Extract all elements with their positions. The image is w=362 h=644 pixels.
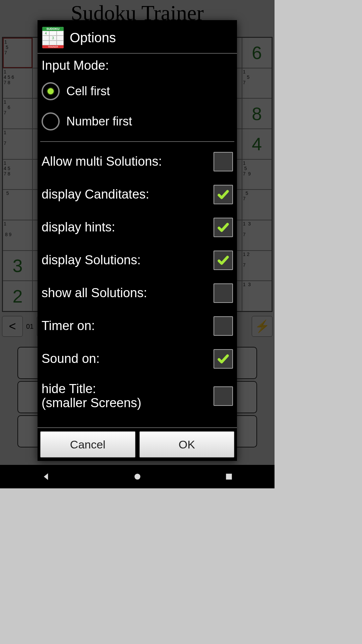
checkbox[interactable] [214,152,233,171]
radio-number-first[interactable]: Number first [40,109,234,139]
dialog-header: SUDOKU 43 TRAINER Options [38,20,237,54]
checkbox[interactable] [214,251,233,270]
check-row-3[interactable]: display Solutions: [40,244,234,277]
checkbox[interactable] [214,283,233,303]
check-label: Sound on: [42,352,100,366]
check-label: display Canditates: [42,187,149,202]
cancel-button[interactable]: Cancel [40,431,135,458]
check-label: show all Solutions: [42,286,147,300]
check-label: display Solutions: [42,253,141,267]
input-mode-label: Input Mode: [40,54,234,79]
check-label: Allow multi Solutions: [42,155,162,169]
dialog-title: Options [70,30,116,45]
radio-label: Number first [66,114,132,128]
dialog-body: Input Mode: Cell first Number first Allo… [38,54,237,427]
checkbox[interactable] [214,316,233,336]
checkbox[interactable] [214,386,233,406]
radio-indicator [42,82,60,100]
checkbox[interactable] [214,349,233,369]
radio-indicator [42,112,60,130]
check-row-0[interactable]: Allow multi Solutions: [40,145,234,178]
system-navbar [0,465,275,488]
radio-label: Cell first [66,84,110,98]
ok-button[interactable]: OK [139,431,235,458]
check-row-6[interactable]: Sound on: [40,342,234,375]
check-label: Timer on: [42,319,95,333]
nav-home-icon[interactable] [132,472,142,482]
checkbox[interactable] [214,218,233,237]
radio-cell-first[interactable]: Cell first [40,79,234,109]
check-label: display hints: [42,220,115,234]
nav-recent-icon[interactable] [224,472,234,482]
checkbox[interactable] [214,185,233,204]
app-icon: SUDOKU 43 TRAINER [42,27,64,48]
check-row-7[interactable]: hide Title: (smaller Screens) [40,375,234,417]
check-row-4[interactable]: show all Solutions: [40,277,234,310]
check-row-5[interactable]: Timer on: [40,310,234,342]
divider [40,141,234,142]
dialog-footer: Cancel OK [38,427,237,461]
nav-back-icon[interactable] [41,472,51,482]
svg-rect-1 [226,474,232,480]
options-dialog: SUDOKU 43 TRAINER Options Input Mode: Ce… [38,20,237,461]
check-label: hide Title: (smaller Screens) [42,382,141,410]
check-row-2[interactable]: display hints: [40,211,234,244]
svg-point-0 [134,474,140,480]
check-row-1[interactable]: display Canditates: [40,178,234,211]
